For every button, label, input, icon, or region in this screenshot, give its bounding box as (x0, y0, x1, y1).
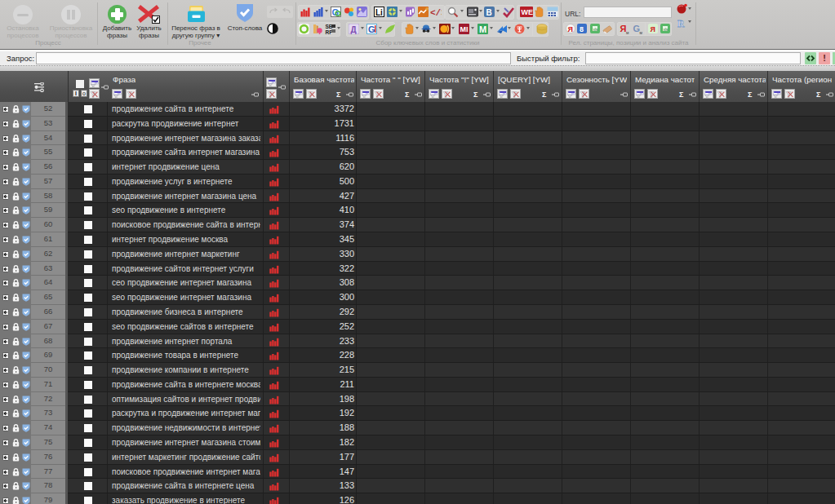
svg-text:xls: xls (593, 27, 599, 32)
svg-text:WE: WE (522, 8, 534, 16)
svg-text:Я: Я (568, 25, 573, 33)
svg-text:B: B (486, 8, 492, 17)
svg-text:Li: Li (375, 8, 383, 17)
svg-text:R: R (677, 19, 685, 29)
svg-text:Я: Я (651, 25, 655, 33)
svg-text:M: M (479, 24, 486, 34)
svg-text:MI: MI (460, 25, 469, 33)
svg-text:G: G (368, 24, 375, 34)
svg-text:</>: </> (430, 8, 442, 18)
svg-text:8: 8 (580, 25, 584, 33)
svg-text:м: м (626, 30, 629, 35)
svg-text:xls: xls (664, 27, 669, 32)
svg-text:Д: Д (351, 25, 357, 34)
svg-text:м: м (640, 30, 643, 35)
